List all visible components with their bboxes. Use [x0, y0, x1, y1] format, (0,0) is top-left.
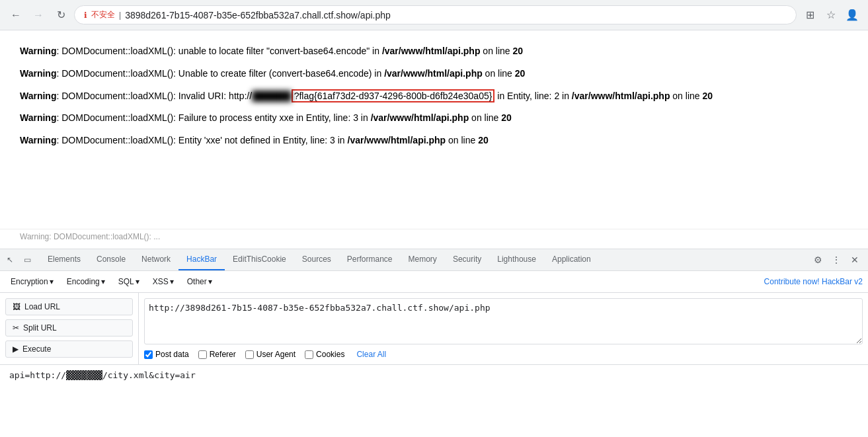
insecure-icon: ℹ: [84, 11, 87, 20]
warning-4: Warning: DOMDocument::loadXML(): Failure…: [20, 110, 848, 126]
devtools-settings-btn[interactable]: ⚙: [810, 252, 826, 268]
warning-path-5: /var/www/html/api.php: [348, 135, 446, 145]
warning-line-text-5: on line: [446, 135, 478, 145]
tab-sources[interactable]: Sources: [294, 249, 339, 270]
hackbar-left-panel: 🖼 Load URL ✂ Split URL ▶ Execute: [0, 293, 139, 364]
warning-line-text-4: on line: [469, 112, 501, 123]
browser-chrome: ← → ↻ ℹ 不安全 | 3898d261-7b15-4087-b35e-65…: [0, 0, 868, 30]
warning-path-4: /var/www/html/api.php: [371, 112, 469, 123]
reload-button[interactable]: ↻: [52, 6, 70, 24]
url-input[interactable]: http://3898d261-7b15-4087-b35e-652fbba53…: [144, 298, 863, 344]
other-label: Other: [187, 277, 207, 286]
encoding-label: Encoding: [67, 277, 100, 286]
hackbar-checkboxes: Post data Referer User Agent Cookies Cle…: [144, 350, 863, 359]
cookies-checkbox[interactable]: [305, 350, 313, 359]
encoding-arrow: ▾: [101, 277, 105, 286]
tab-console[interactable]: Console: [89, 249, 134, 270]
tab-memory[interactable]: Memory: [401, 249, 445, 270]
referer-checkbox[interactable]: [198, 350, 207, 359]
tab-security[interactable]: Security: [445, 249, 489, 270]
flag-value: ?flag{61af73d2-d937-4296-800b-d6fb24e30a…: [292, 89, 495, 102]
user-agent-checkbox[interactable]: [245, 350, 254, 359]
hackbar-toolbar: Encryption ▾ Encoding ▾ SQL ▾ XSS ▾ Othe…: [0, 271, 868, 293]
insecure-label: 不安全: [91, 9, 115, 20]
forward-button[interactable]: →: [29, 6, 48, 24]
execute-icon: ▶: [13, 344, 19, 354]
warning-2: Warning: DOMDocument::loadXML(): Unable …: [20, 66, 848, 82]
post-data-value: api=http://▓▓▓▓▓▓▓/city.xml&city=air: [9, 370, 196, 380]
warning-line-text-2: on line: [483, 68, 515, 79]
hackbar-body: 🖼 Load URL ✂ Split URL ▶ Execute http://…: [0, 293, 868, 364]
nav-bar: ← → ↻ ℹ 不安全 | 3898d261-7b15-4087-b35e-65…: [0, 0, 868, 30]
execute-label: Execute: [22, 344, 51, 354]
warning-text-5: : DOMDocument::loadXML(): Entity 'xxe' n…: [56, 135, 347, 145]
tab-editthiscookie[interactable]: EditThisCookie: [225, 249, 294, 270]
warning-text-2: : DOMDocument::loadXML(): Unable to crea…: [56, 68, 384, 79]
post-data-bar: api=http://▓▓▓▓▓▓▓/city.xml&city=air: [0, 364, 868, 385]
referer-label: Referer: [210, 350, 236, 359]
tab-network[interactable]: Network: [134, 249, 178, 270]
warning-blurred-ip: ██████: [252, 89, 292, 104]
warning-line-num-2: 20: [515, 68, 526, 79]
xss-menu[interactable]: XSS ▾: [147, 275, 179, 288]
cookies-label: Cookies: [316, 350, 344, 359]
encryption-arrow: ▾: [50, 277, 54, 286]
warning-path-2: /var/www/html/api.php: [384, 68, 483, 79]
address-url: 3898d261-7b15-4087-b35e-652fbba532a7.cha…: [125, 10, 391, 20]
warning-line-num-1: 20: [513, 46, 524, 56]
tab-performance[interactable]: Performance: [339, 249, 401, 270]
sql-label: SQL: [118, 277, 134, 286]
post-data-checkbox[interactable]: [144, 350, 153, 359]
warning-line-num-4: 20: [501, 112, 512, 123]
other-menu[interactable]: Other ▾: [182, 275, 217, 288]
hackbar-right-panel: http://3898d261-7b15-4087-b35e-652fbba53…: [139, 293, 868, 364]
contribute-link[interactable]: Contribute now! HackBar v2: [764, 277, 863, 286]
referer-checkbox-label[interactable]: Referer: [198, 350, 236, 359]
warning-text-3a: : DOMDocument::loadXML(): Invalid URI: h…: [56, 91, 252, 101]
clear-all-button[interactable]: Clear All: [356, 350, 386, 359]
post-data-checkbox-label[interactable]: Post data: [144, 350, 189, 359]
devtools-more-btn[interactable]: ⋮: [828, 252, 844, 268]
split-url-button[interactable]: ✂ Split URL: [5, 319, 133, 337]
encryption-menu[interactable]: Encryption ▾: [5, 275, 59, 288]
tab-elements[interactable]: Elements: [40, 249, 89, 270]
warning-line-num-5: 20: [478, 135, 489, 145]
nav-icons-right: ⊞ ☆ 👤: [801, 6, 861, 24]
warning-5: Warning: DOMDocument::loadXML(): Entity …: [20, 133, 848, 149]
separator: |: [119, 11, 121, 20]
page-content: Warning: DOMDocument::loadXML(): unable …: [0, 30, 868, 229]
other-arrow: ▾: [208, 277, 212, 286]
warning-line-num-3: 20: [702, 91, 713, 101]
devtools-panel: ↖ ▭ Elements Console Network HackBar Edi…: [0, 249, 868, 385]
devtools-tabs: ↖ ▭ Elements Console Network HackBar Edi…: [0, 249, 868, 271]
warning-keyword-4: Warning: [20, 112, 56, 123]
translate-button[interactable]: ⊞: [801, 6, 819, 24]
xss-arrow: ▾: [170, 277, 174, 286]
devtools-close-btn[interactable]: ✕: [847, 252, 863, 268]
warning-line-text-3: on line: [670, 91, 702, 101]
cookies-checkbox-label[interactable]: Cookies: [305, 350, 344, 359]
xss-label: XSS: [153, 277, 169, 286]
sql-menu[interactable]: SQL ▾: [113, 275, 145, 288]
load-url-button[interactable]: 🖼 Load URL: [5, 298, 133, 315]
warning-1: Warning: DOMDocument::loadXML(): unable …: [20, 44, 848, 60]
execute-button[interactable]: ▶ Execute: [5, 340, 133, 358]
devtools-pointer-btn[interactable]: ↖: [3, 253, 17, 267]
user-agent-checkbox-label[interactable]: User Agent: [245, 350, 296, 359]
tab-lighthouse[interactable]: Lighthouse: [489, 249, 544, 270]
warning-path-1: /var/www/html/api.php: [382, 46, 481, 56]
devtools-device-btn[interactable]: ▭: [20, 253, 34, 267]
post-data-label: Post data: [155, 350, 189, 359]
tab-hackbar[interactable]: HackBar: [178, 249, 225, 270]
tab-application[interactable]: Application: [544, 249, 599, 270]
back-button[interactable]: ←: [7, 6, 25, 24]
contribute-area: Contribute now! HackBar v2: [764, 277, 863, 286]
warning-text-3b: in Entity, line: 2 in: [494, 91, 571, 101]
account-button[interactable]: 👤: [843, 6, 861, 24]
bookmark-button[interactable]: ☆: [822, 6, 840, 24]
load-url-icon: 🖼: [13, 302, 20, 311]
encoding-menu[interactable]: Encoding ▾: [61, 275, 110, 288]
user-agent-label: User Agent: [256, 350, 296, 359]
address-bar[interactable]: ℹ 不安全 | 3898d261-7b15-4087-b35e-652fbba5…: [74, 5, 797, 24]
split-url-label: Split URL: [23, 323, 57, 333]
